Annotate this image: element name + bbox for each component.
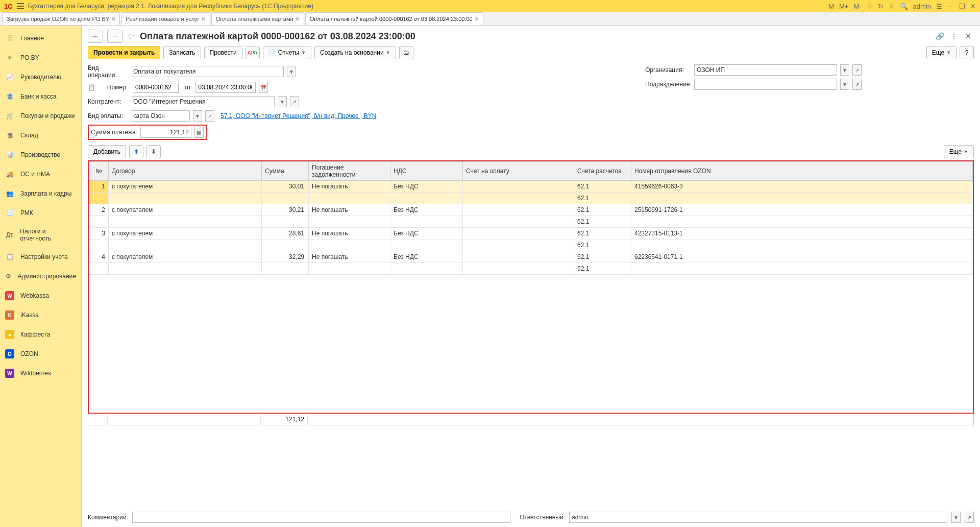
write-button[interactable]: Записать (163, 46, 201, 59)
bell-icon[interactable]: ♢ (867, 3, 873, 10)
history-icon[interactable]: ↻ (878, 3, 884, 10)
structure-button[interactable]: 🗂 (399, 46, 413, 59)
sidebar-item-9[interactable]: 🧾РМК (0, 203, 81, 223)
close-window-icon[interactable]: ✕ (970, 3, 976, 10)
table-row[interactable]: 3с покупателем28,61Не погашатьБез НДС62.… (89, 228, 973, 239)
comment-input[interactable] (132, 512, 510, 523)
sidebar-item-4[interactable]: 🛒Покупки и продажи (0, 106, 81, 126)
sidebar-item-12[interactable]: ⚙Администрирование (0, 267, 81, 286)
close-icon[interactable]: × (111, 15, 115, 22)
add-row-button[interactable]: Добавить (88, 145, 126, 158)
mplus-button[interactable]: M+ (839, 3, 848, 10)
payment-type-dropdown-icon[interactable]: ▼ (193, 110, 202, 122)
sidebar-item-5[interactable]: ▦Склад (0, 126, 81, 145)
favorite-icon[interactable]: ☆ (889, 3, 895, 10)
operation-select[interactable]: Оплата от покупателя (131, 66, 284, 77)
move-down-button[interactable]: ⬇ (146, 145, 161, 158)
m-button[interactable]: M (828, 3, 834, 10)
tab-2[interactable]: Оплаты платежными картами× (211, 12, 304, 25)
table-row-sub[interactable]: 62.1 (89, 263, 973, 275)
post-and-close-button[interactable]: Провести и закрыть (88, 46, 160, 59)
responsible-select[interactable]: admin (569, 512, 947, 523)
user-label[interactable]: admin (913, 3, 931, 10)
close-icon[interactable]: × (475, 15, 479, 22)
oz-icon: O (5, 349, 14, 358)
organization-dropdown-icon[interactable]: ▼ (840, 64, 849, 76)
column-header[interactable]: Сумма (262, 162, 309, 181)
department-dropdown-icon[interactable]: ▼ (840, 79, 849, 90)
department-select[interactable] (694, 79, 837, 90)
sidebar-item-13[interactable]: WWebkassa (0, 286, 81, 305)
link-icon[interactable]: 🔗 (934, 31, 945, 42)
department-open-icon[interactable]: ↗ (852, 79, 862, 90)
move-up-button[interactable]: ⬆ (129, 145, 143, 158)
number-input[interactable] (133, 82, 179, 93)
sidebar-item-11[interactable]: 📋Настройки учета (0, 247, 81, 267)
sidebar-item-0[interactable]: ☰Главное (0, 29, 81, 48)
calculator-icon[interactable]: ▦ (194, 127, 204, 138)
organization-select[interactable]: ОЗОН ИП (694, 64, 837, 76)
table-more-button[interactable]: Еще▼ (944, 145, 974, 158)
column-header[interactable]: Договор (109, 162, 262, 181)
sidebar-item-3[interactable]: 🏦Банк и касса (0, 87, 81, 106)
sidebar-item-1[interactable]: ✶PO.BY (0, 48, 81, 67)
sidebar-item-7[interactable]: 🚚ОС и НМА (0, 164, 81, 184)
payment-type-open-icon[interactable]: ↗ (205, 110, 214, 122)
nav-back-button[interactable]: ← (88, 30, 103, 43)
close-document-icon[interactable]: ✕ (963, 31, 974, 42)
column-header[interactable]: Счет на оплату (463, 162, 574, 181)
payment-sum-input[interactable] (140, 127, 191, 138)
sidebar-item-16[interactable]: OOZON (0, 344, 81, 364)
tab-1[interactable]: Реализация товаров и услуг× (121, 12, 210, 25)
sidebar-item-15[interactable]: ●Каффеста (0, 325, 81, 344)
nav-forward-button[interactable]: → (107, 30, 122, 43)
dt-kt-button[interactable]: ДтКт (246, 46, 260, 59)
menu-icon[interactable] (17, 3, 24, 9)
post-button[interactable]: Провести (204, 46, 242, 59)
tab-0[interactable]: Загрузка продаж OZON по дням PO.BY× (2, 12, 120, 25)
more-button[interactable]: Еще▼ (926, 46, 957, 59)
close-icon[interactable]: × (296, 15, 300, 22)
date-input[interactable] (195, 82, 256, 93)
settings-icon[interactable]: ☰ (936, 3, 942, 10)
reports-button[interactable]: 📄Отчеты▼ (263, 46, 311, 59)
table-row-sub[interactable]: 62.1 (89, 193, 973, 204)
column-header[interactable]: Погашение задолженности (309, 162, 390, 181)
calendar-icon[interactable]: 📅 (259, 82, 268, 93)
table-row[interactable]: 4с покупателем32,29Не погашатьБез НДС62.… (89, 251, 973, 263)
close-icon[interactable]: × (202, 15, 206, 22)
minimize-icon[interactable]: — (947, 3, 954, 10)
sidebar-item-14[interactable]: KiKassa (0, 305, 81, 325)
sidebar-item-label: Покупки и продажи (20, 112, 75, 119)
favorite-star-icon[interactable]: ☆ (127, 30, 136, 42)
column-header[interactable]: № (89, 162, 109, 181)
sidebar-item-8[interactable]: 👥Зарплата и кадры (0, 184, 81, 203)
sidebar-item-17[interactable]: WWildberries (0, 364, 81, 383)
table-row[interactable]: 2с покупателем30,21Не погашатьБез НДС62.… (89, 204, 973, 216)
sidebar-item-2[interactable]: 📈Руководителю (0, 67, 81, 87)
sidebar-item-10[interactable]: ДтНалоги и отчетность (0, 223, 81, 247)
organization-open-icon[interactable]: ↗ (852, 64, 862, 76)
table-row-sub[interactable]: 62.1 (89, 239, 973, 251)
mminus-button[interactable]: M- (853, 3, 861, 10)
payment-settlement-link[interactable]: 57.1, ООО "Интернет Решения", б/н вид: П… (220, 112, 376, 119)
column-header[interactable]: Счета расчетов (574, 162, 631, 181)
tab-3[interactable]: Оплата платежной картой 0000-000162 от 0… (305, 12, 483, 25)
payment-type-select[interactable]: карта Озон (131, 110, 190, 122)
search-icon[interactable]: 🔍 (900, 3, 908, 10)
help-button[interactable]: ? (960, 46, 974, 59)
column-header[interactable]: НДС (390, 162, 463, 181)
responsible-dropdown-icon[interactable]: ▼ (951, 512, 961, 523)
table-row[interactable]: 1с покупателем30,01Не погашатьБез НДС62.… (89, 181, 973, 193)
counterparty-select[interactable]: ООО "Интернет Решения" (131, 96, 275, 107)
table-row-sub[interactable]: 62.1 (89, 216, 973, 228)
responsible-open-icon[interactable]: ↗ (965, 512, 974, 523)
restore-icon[interactable]: ❐ (959, 3, 965, 10)
operation-dropdown-icon[interactable]: ▼ (287, 66, 296, 77)
counterparty-dropdown-icon[interactable]: ▼ (278, 96, 287, 107)
sidebar-item-6[interactable]: 📊Производство (0, 145, 81, 164)
create-based-on-button[interactable]: Создать на основании▼ (314, 46, 396, 59)
column-header[interactable]: Номер отправления OZON (631, 162, 973, 181)
more-icon[interactable]: ⋮ (948, 31, 960, 42)
counterparty-open-icon[interactable]: ↗ (290, 96, 299, 107)
